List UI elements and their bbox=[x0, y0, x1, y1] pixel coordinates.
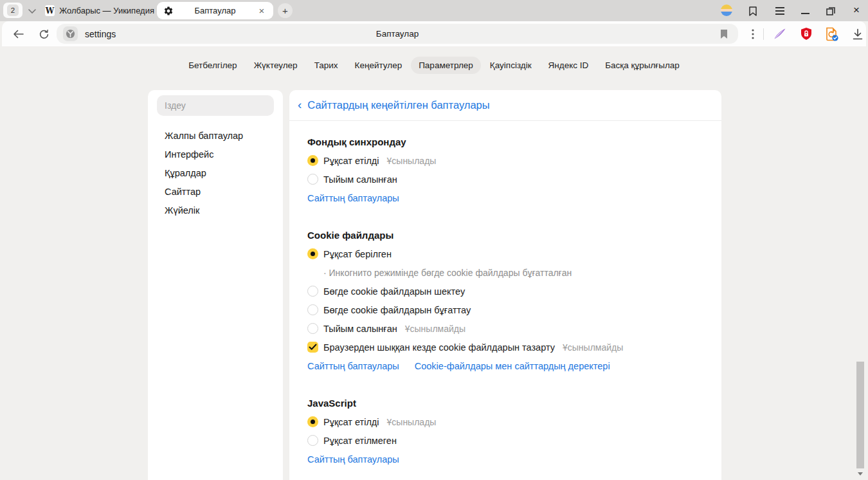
url-text: settings bbox=[85, 29, 116, 39]
radio-unchecked-icon[interactable] bbox=[307, 323, 318, 334]
sidebar-item-sites[interactable]: Сайттар bbox=[148, 182, 283, 201]
protect-badge-icon[interactable] bbox=[63, 26, 78, 41]
section-title: Cookie файлдары bbox=[307, 230, 393, 241]
browser-toolbar: settings Баптаулар bbox=[2, 21, 866, 46]
nav-history[interactable]: Тарих bbox=[307, 57, 346, 74]
option-label: Рұқсат берілген bbox=[323, 249, 392, 259]
menu-icon[interactable] bbox=[773, 4, 787, 18]
radio-option[interactable]: Рұқсат етілді Ұсынылады bbox=[307, 412, 706, 431]
option-label: Тыйым салынған bbox=[323, 324, 397, 334]
tab-counter-button[interactable]: 2 bbox=[3, 3, 23, 18]
nav-settings[interactable]: Параметрлер bbox=[411, 57, 481, 74]
radio-checked-icon[interactable] bbox=[307, 416, 318, 427]
gear-icon bbox=[163, 6, 174, 16]
option-label: Рұқсат етілмеген bbox=[323, 436, 397, 446]
downloads-icon[interactable] bbox=[849, 26, 866, 42]
sync-document-icon[interactable] bbox=[824, 26, 840, 42]
back-header[interactable]: ‹ Сайттардың кеңейтілген баптаулары bbox=[289, 90, 721, 121]
radio-option[interactable]: Рұқсат етілмеген bbox=[307, 431, 706, 450]
option-note-row: · Инкогнито режимінде бөгде cookie файлд… bbox=[307, 263, 706, 282]
sidebar-item-general[interactable]: Жалпы баптаулар bbox=[148, 126, 283, 145]
back-chevron-icon: ‹ bbox=[298, 98, 302, 112]
checkbox-option[interactable]: Браузерден шыққан кезде cookie файлдарын… bbox=[307, 338, 706, 356]
toolbar-divider bbox=[763, 28, 764, 40]
new-tab-button[interactable]: + bbox=[278, 3, 293, 18]
radio-option[interactable]: Рұқсат берілген bbox=[307, 245, 706, 263]
wikipedia-favicon-icon: W bbox=[45, 5, 55, 16]
sidebar-item-tools[interactable]: Құралдар bbox=[148, 163, 283, 182]
link-site-settings[interactable]: Сайттың баптаулары bbox=[307, 454, 399, 465]
radio-option[interactable]: Бөгде cookie файлдарын бұғаттау bbox=[307, 300, 706, 319]
settings-nav: Бетбелгілер Жүктеулер Тарих Кеңейтулер П… bbox=[0, 57, 868, 74]
links-row: Сайттың баптаулары bbox=[307, 450, 706, 468]
address-bar[interactable]: settings Баптаулар bbox=[57, 24, 738, 44]
link-cookie-data[interactable]: Cookie-файлдары мен сайттардың деректері bbox=[415, 361, 610, 371]
scrollbar-down-arrow[interactable] bbox=[858, 472, 863, 475]
tab-close-icon[interactable]: × bbox=[257, 6, 267, 15]
radio-option[interactable]: Рұқсат етілді Ұсынылады bbox=[307, 151, 706, 170]
option-hint: Ұсынылады bbox=[387, 156, 437, 166]
option-label: Тыйым салынған bbox=[323, 174, 397, 185]
sidebar-item-system[interactable]: Жүйелік bbox=[148, 201, 283, 219]
option-label: Рұқсат етілді bbox=[323, 417, 379, 427]
radio-checked-icon[interactable] bbox=[307, 248, 318, 259]
nav-security[interactable]: Қауіпсіздік bbox=[482, 57, 539, 74]
sidebar-list: Жалпы баптаулар Интерфейс Құралдар Сайтт… bbox=[148, 126, 283, 219]
radio-unchecked-icon[interactable] bbox=[307, 174, 318, 185]
scrollbar-thumb[interactable] bbox=[856, 362, 864, 468]
reload-button[interactable] bbox=[35, 26, 52, 42]
link-site-settings[interactable]: Сайттың баптаулары bbox=[307, 361, 399, 371]
radio-unchecked-icon[interactable] bbox=[307, 435, 318, 446]
option-label: Рұқсат етілді bbox=[323, 156, 379, 166]
section-title-row: Cookie файлдары bbox=[307, 226, 706, 245]
section-gap bbox=[307, 375, 706, 394]
tab-count: 2 bbox=[7, 5, 19, 16]
option-note: · Инкогнито режимінде бөгде cookie файлд… bbox=[307, 268, 572, 278]
option-label: Бөгде cookie файлдарын шектеу bbox=[323, 286, 465, 297]
tab-wikipedia[interactable]: W Жолбарыс — Уикипедия bbox=[45, 3, 154, 19]
back-button[interactable] bbox=[10, 26, 26, 42]
tab-settings[interactable]: Баптаулар × bbox=[157, 2, 273, 19]
panel-body: Фондық синхрондау Рұқсат етілді Ұсынылад… bbox=[289, 121, 721, 468]
checkbox-checked-icon[interactable] bbox=[307, 342, 318, 353]
minimize-button[interactable] bbox=[799, 4, 813, 18]
tab-title: Жолбарыс — Уикипедия bbox=[59, 6, 154, 15]
close-window-button[interactable]: × bbox=[849, 3, 864, 18]
radio-option[interactable]: Тыйым салынған Ұсынылмайды bbox=[307, 319, 706, 338]
option-label: Бөгде cookie файлдарын бұғаттау bbox=[323, 305, 471, 315]
adblock-shield-icon[interactable] bbox=[798, 26, 815, 42]
option-hint: Ұсынылмайды bbox=[563, 342, 623, 353]
hamburger-icon bbox=[775, 7, 784, 14]
nav-downloads[interactable]: Жүктеулер bbox=[246, 57, 305, 74]
overflow-menu-icon[interactable] bbox=[745, 26, 761, 42]
nav-yandex-id[interactable]: Яндекс ID bbox=[541, 57, 597, 74]
link-site-settings[interactable]: Сайттың баптаулары bbox=[307, 193, 399, 203]
option-hint: Ұсынылады bbox=[387, 417, 437, 427]
radio-checked-icon[interactable] bbox=[307, 155, 318, 166]
links-row: Сайттың баптаулары bbox=[307, 189, 706, 207]
section-gap bbox=[307, 207, 706, 226]
nav-extensions[interactable]: Кеңейтулер bbox=[347, 57, 410, 74]
nav-other-devices[interactable]: Басқа құрылғылар bbox=[597, 57, 687, 74]
radio-option[interactable]: Бөгде cookie файлдарын шектеу bbox=[307, 282, 706, 300]
user-avatar[interactable] bbox=[721, 5, 732, 16]
tabs-panel-icon[interactable] bbox=[746, 4, 760, 18]
nav-bookmarks[interactable]: Бетбелгілер bbox=[181, 57, 244, 74]
settings-sidebar: Жалпы баптаулар Интерфейс Құралдар Сайтт… bbox=[148, 90, 283, 480]
section-title: JavaScript bbox=[307, 398, 356, 409]
settings-content: ‹ Сайттардың кеңейтілген баптаулары Фонд… bbox=[289, 90, 721, 480]
section-title: Фондық синхрондау bbox=[307, 136, 406, 147]
radio-unchecked-icon[interactable] bbox=[307, 304, 318, 315]
feather-extension-icon[interactable] bbox=[772, 26, 788, 42]
bookmark-icon[interactable] bbox=[717, 27, 730, 41]
links-row: Сайттың баптаулары Cookie-файлдары мен с… bbox=[307, 356, 706, 375]
sidebar-item-interface[interactable]: Интерфейс bbox=[148, 145, 283, 163]
radio-option[interactable]: Тыйым салынған bbox=[307, 170, 706, 189]
tabs-dropdown-chevron-icon[interactable] bbox=[26, 5, 39, 17]
section-title-row: JavaScript bbox=[307, 394, 706, 412]
search-input[interactable] bbox=[157, 95, 274, 116]
option-label: Браузерден шыққан кезде cookie файлдарын… bbox=[323, 342, 555, 353]
option-hint: Ұсынылмайды bbox=[405, 324, 466, 334]
radio-unchecked-icon[interactable] bbox=[307, 286, 318, 297]
restore-window-button[interactable] bbox=[824, 4, 838, 18]
